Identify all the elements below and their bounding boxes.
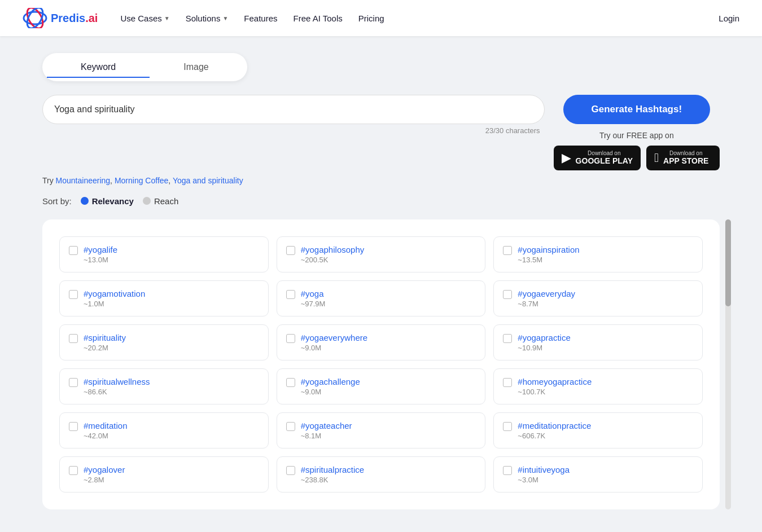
hashtag-card: #yogamotivation ~1.0M	[59, 280, 269, 316]
hashtag-count: ~2.8M	[84, 476, 125, 484]
hashtag-checkbox-6[interactable]	[69, 334, 78, 343]
hashtag-count: ~20.2M	[84, 344, 126, 352]
hashtag-tag[interactable]: #yogateacher	[301, 421, 352, 430]
sort-row: Sort by: Relevancy Reach	[42, 196, 720, 206]
sort-relevancy-dot	[81, 197, 89, 205]
tab-image[interactable]: Image	[150, 56, 242, 78]
hashtag-card: #yogapractice ~10.9M	[493, 324, 703, 360]
hashtag-card: #yoga ~97.9M	[277, 280, 486, 316]
hashtag-tag[interactable]: #yogalover	[84, 465, 125, 474]
hashtag-checkbox-11[interactable]	[503, 378, 512, 387]
hashtag-count: ~100.7K	[518, 388, 592, 396]
hashtag-info: #spiritualpractice ~238.8K	[301, 465, 365, 484]
hashtag-tag[interactable]: #yogalife	[84, 245, 117, 254]
apple-icon: 	[654, 151, 659, 165]
navbar: Predis.ai Use Cases ▼ Solutions ▼ Featur…	[0, 0, 762, 36]
google-play-icon: ▶	[562, 151, 571, 165]
hashtag-checkbox-8[interactable]	[503, 334, 512, 343]
hashtag-tag[interactable]: #meditationpractice	[518, 421, 591, 430]
suggestions: Try Mountaineering, Morning Coffee, Yoga…	[42, 176, 720, 185]
nav-use-cases[interactable]: Use Cases ▼	[120, 14, 169, 23]
hashtag-card: #meditation ~42.0M	[59, 412, 269, 449]
hashtag-grid: #yogalife ~13.0M #yogaphilosophy ~200.5K…	[42, 219, 720, 509]
hashtag-tag[interactable]: #spiritualwellness	[84, 377, 150, 386]
sort-relevancy[interactable]: Relevancy	[81, 196, 134, 206]
tab-keyword[interactable]: Keyword	[47, 56, 150, 78]
logo-icon	[23, 8, 47, 28]
hashtag-info: #yoga ~97.9M	[301, 289, 326, 308]
hashtag-tag[interactable]: #yogamotivation	[84, 289, 145, 298]
nav-login[interactable]: Login	[719, 14, 739, 23]
hashtag-tag[interactable]: #yogaeverywhere	[301, 333, 367, 342]
sort-reach[interactable]: Reach	[143, 196, 178, 206]
suggestion-mountaineering[interactable]: Mountaineering	[56, 176, 111, 185]
hashtag-checkbox-12[interactable]	[69, 422, 78, 431]
hashtag-card: #yogalover ~2.8M	[59, 456, 269, 493]
hashtag-checkbox-15[interactable]	[69, 466, 78, 475]
hashtag-card: #spiritualpractice ~238.8K	[277, 456, 486, 493]
search-input-wrapper: 23/30 characters	[42, 95, 545, 135]
nav-pricing[interactable]: Pricing	[358, 14, 384, 23]
suggestion-yoga-spirituality[interactable]: Yoga and spirituality	[173, 176, 243, 185]
char-count: 23/30 characters	[42, 126, 540, 135]
app-buttons: ▶ Download on GOOGLE PLAY  Download on …	[554, 146, 720, 170]
hashtag-count: ~42.0M	[84, 432, 128, 440]
hashtag-card: #yogainspiration ~13.5M	[493, 236, 703, 272]
hashtag-card: #meditationpractice ~606.7K	[493, 412, 703, 449]
hashtag-info: #spiritualwellness ~86.6K	[84, 377, 150, 396]
hashtag-count: ~97.9M	[301, 300, 326, 308]
hashtag-info: #meditationpractice ~606.7K	[518, 421, 591, 440]
chevron-down-icon: ▼	[164, 15, 170, 21]
hashtag-card: #yogaeveryday ~8.7M	[493, 280, 703, 316]
hashtag-count: ~3.0M	[518, 476, 570, 484]
hashtag-checkbox-1[interactable]	[286, 246, 295, 255]
hashtag-checkbox-3[interactable]	[69, 290, 78, 299]
hashtag-count: ~10.9M	[518, 344, 570, 352]
hashtag-tag[interactable]: #yoga	[301, 289, 326, 298]
hashtag-tag[interactable]: #yogaphilosophy	[301, 245, 365, 254]
nav-solutions[interactable]: Solutions ▼	[186, 14, 229, 23]
hashtag-checkbox-17[interactable]	[503, 466, 512, 475]
hashtag-tag[interactable]: #yogaeveryday	[518, 289, 575, 298]
nav-free-ai-tools[interactable]: Free AI Tools	[294, 14, 343, 23]
hashtag-checkbox-2[interactable]	[503, 246, 512, 255]
suggestion-morning-coffee[interactable]: Morning Coffee	[115, 176, 168, 185]
hashtag-count: ~86.6K	[84, 388, 150, 396]
hashtag-checkbox-16[interactable]	[286, 466, 295, 475]
hashtag-count: ~606.7K	[518, 432, 591, 440]
hashtag-checkbox-7[interactable]	[286, 334, 295, 343]
hashtag-checkbox-5[interactable]	[503, 290, 512, 299]
hashtag-tag[interactable]: #homeyogapractice	[518, 377, 592, 386]
google-play-button[interactable]: ▶ Download on GOOGLE PLAY	[554, 146, 641, 170]
hashtag-count: ~8.7M	[518, 300, 575, 308]
hashtag-count: ~200.5K	[301, 256, 365, 264]
hashtag-info: #yogalover ~2.8M	[84, 465, 125, 484]
search-row: 23/30 characters Generate Hashtags! Try …	[42, 95, 720, 170]
logo-text: Predis.ai	[51, 12, 98, 25]
hashtag-tag[interactable]: #intuitiveyoga	[518, 465, 570, 474]
hashtag-checkbox-0[interactable]	[69, 246, 78, 255]
hashtag-info: #yogapractice ~10.9M	[518, 333, 570, 352]
sort-reach-dot	[143, 197, 151, 205]
sort-label: Sort by:	[42, 196, 72, 206]
hashtag-tag[interactable]: #meditation	[84, 421, 128, 430]
hashtag-checkbox-14[interactable]	[503, 422, 512, 431]
hashtag-checkbox-4[interactable]	[286, 290, 295, 299]
nav-links: Use Cases ▼ Solutions ▼ Features Free AI…	[120, 14, 739, 23]
hashtag-tag[interactable]: #yogachallenge	[301, 377, 360, 386]
hashtag-info: #yogaeverywhere ~9.0M	[301, 333, 367, 352]
nav-features[interactable]: Features	[244, 14, 277, 23]
hashtag-tag[interactable]: #spirituality	[84, 333, 126, 342]
hashtag-checkbox-9[interactable]	[69, 378, 78, 387]
hashtag-tag[interactable]: #yogapractice	[518, 333, 570, 342]
logo[interactable]: Predis.ai	[23, 8, 98, 28]
app-store-button[interactable]:  Download on APP STORE	[646, 146, 720, 170]
hashtag-checkbox-10[interactable]	[286, 378, 295, 387]
keyword-input[interactable]	[42, 95, 545, 124]
hashtag-tag[interactable]: #yogainspiration	[518, 245, 579, 254]
generate-hashtags-button[interactable]: Generate Hashtags!	[563, 95, 710, 124]
hashtag-checkbox-13[interactable]	[286, 422, 295, 431]
hashtag-tag[interactable]: #spiritualpractice	[301, 465, 365, 474]
hashtag-card: #yogaeverywhere ~9.0M	[277, 324, 486, 360]
hashtag-count: ~238.8K	[301, 476, 365, 484]
